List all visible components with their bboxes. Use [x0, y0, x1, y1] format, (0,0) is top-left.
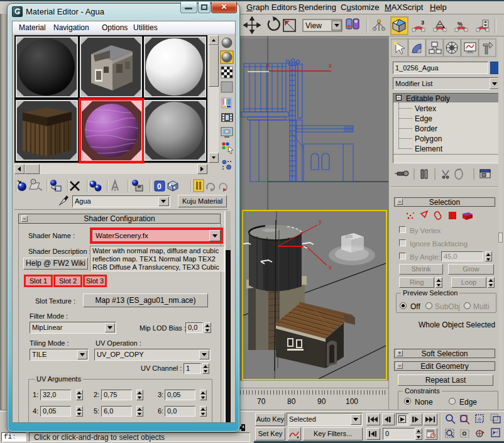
svg-text:y: y: [266, 62, 270, 68]
svg-text:x: x: [329, 62, 332, 69]
svg-text:x: x: [329, 264, 332, 271]
svg-text:y: y: [319, 218, 322, 225]
svg-text:3: 3: [421, 19, 424, 26]
svg-text:0: 0: [157, 182, 162, 191]
svg-text:%: %: [457, 21, 463, 27]
svg-text:View: View: [305, 21, 322, 30]
